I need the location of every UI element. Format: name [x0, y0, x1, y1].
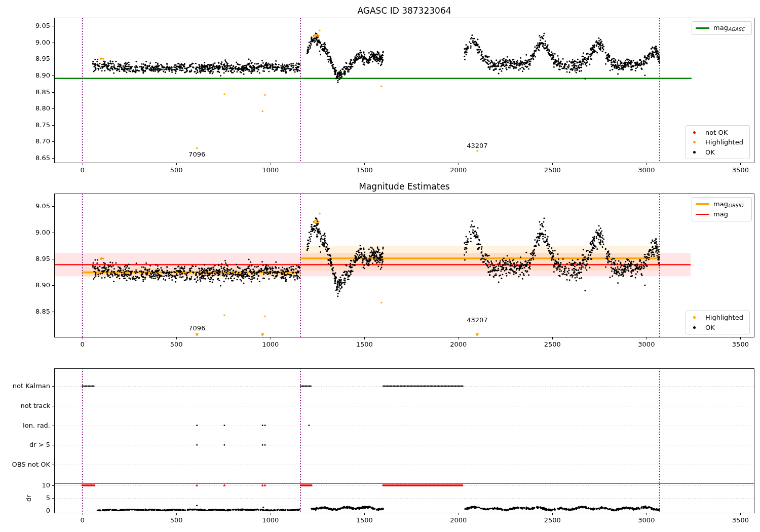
x-tick-label: 0	[81, 167, 85, 173]
legend-label: OK	[705, 324, 715, 331]
y-tick-label: 9.05	[0, 203, 50, 209]
red-line-swatch	[696, 214, 709, 215]
legend-label: not OK	[705, 129, 728, 136]
y-tick-label: 8.95	[0, 55, 50, 62]
x-tick-label: 2500	[544, 517, 561, 523]
flag-row-label: dr > 5	[0, 441, 50, 448]
x-tick-label: 500	[170, 167, 183, 173]
x-tick-label: 1500	[356, 167, 373, 173]
dr-tick-label: 5	[0, 495, 50, 501]
middle-plot-title: Magnitude Estimates	[359, 182, 449, 191]
annotation-obsid-7096: 7096	[188, 151, 205, 158]
annotation-obsid-7096: 7096	[188, 325, 205, 331]
legend-label: Highlighted	[705, 314, 743, 321]
legend-row: not OK	[686, 129, 749, 136]
annotation-obsid-43207: 43207	[467, 317, 487, 323]
legend-row: magAGASC	[692, 24, 751, 32]
top-plot-title: AGASC ID 387323064	[357, 7, 451, 15]
x-tick-label: 2500	[544, 341, 561, 348]
y-tick-label: 8.65	[0, 155, 50, 161]
legend-label: magAGASC	[713, 24, 745, 32]
x-tick-label: 500	[170, 517, 183, 523]
x-tick-label: 3500	[732, 167, 749, 173]
annotation-obsid-43207: 43207	[467, 142, 487, 149]
y-tick-label: 8.80	[0, 105, 50, 111]
legend-point-types-middle: Highlighted OK	[686, 311, 750, 334]
plots-canvas	[0, 0, 760, 532]
y-tick-label: 9.05	[0, 22, 50, 29]
y-tick-label: 8.85	[0, 89, 50, 95]
x-tick-label: 3000	[638, 167, 655, 173]
y-tick-label: 8.90	[0, 282, 50, 288]
ok-dot-swatch	[693, 326, 696, 329]
x-tick-label: 3000	[638, 517, 655, 523]
dr-tick-label: 10	[0, 482, 50, 488]
x-tick-label: 0	[81, 341, 85, 348]
legend-point-types-top: not OK Highlighted OK	[686, 125, 750, 159]
legend-label: magOBSID	[713, 201, 743, 208]
flag-row-label: not Kalman	[0, 383, 50, 389]
x-tick-label: 500	[170, 341, 183, 348]
magnitude-figure: AGASC ID 387323064 Magnitude Estimates m…	[0, 0, 760, 532]
legend-row: Highlighted	[686, 139, 749, 145]
green-line-swatch	[696, 27, 709, 29]
legend-label: OK	[705, 149, 715, 156]
x-tick-label: 2000	[450, 517, 467, 523]
x-tick-label: 1000	[262, 167, 279, 173]
y-tick-label: 8.95	[0, 255, 50, 262]
x-tick-label: 2500	[544, 167, 561, 173]
x-tick-label: 1500	[356, 341, 373, 348]
legend-mag-lines: magOBSID mag	[692, 197, 752, 221]
legend-label: mag	[713, 211, 728, 218]
flag-row-label: not track	[0, 402, 50, 409]
legend-mag-agasc: magAGASC	[692, 21, 752, 35]
x-tick-label: 0	[81, 517, 85, 523]
highlighted-dot-swatch	[693, 141, 696, 143]
x-tick-label: 2000	[450, 341, 467, 348]
not-ok-dot-swatch	[693, 131, 696, 134]
legend-row: OK	[686, 324, 749, 331]
ok-dot-swatch	[693, 151, 696, 154]
legend-row: magOBSID	[692, 201, 751, 208]
y-tick-label: 8.70	[0, 138, 50, 144]
x-tick-label: 1000	[262, 517, 279, 523]
x-tick-label: 3500	[732, 517, 749, 523]
dr-tick-label: 0	[0, 507, 50, 514]
flag-row-label: Ion. rad.	[0, 422, 50, 429]
highlighted-dot-swatch	[693, 316, 696, 319]
flag-row-label: OBS not OK	[0, 461, 50, 468]
y-tick-label: 8.75	[0, 122, 50, 128]
y-tick-label: 9.00	[0, 229, 50, 236]
x-tick-label: 1000	[262, 341, 279, 348]
legend-row: Highlighted	[686, 314, 749, 321]
y-tick-label: 8.85	[0, 308, 50, 315]
legend-label: Highlighted	[705, 139, 743, 145]
orange-line-swatch	[696, 203, 709, 205]
x-tick-label: 2000	[450, 167, 467, 173]
x-tick-label: 3500	[732, 341, 749, 348]
y-tick-label: 8.90	[0, 72, 50, 79]
legend-row: OK	[686, 149, 749, 156]
legend-row: mag	[692, 211, 751, 218]
x-tick-label: 3000	[638, 341, 655, 348]
x-tick-label: 1500	[356, 517, 373, 523]
y-tick-label: 9.00	[0, 39, 50, 46]
